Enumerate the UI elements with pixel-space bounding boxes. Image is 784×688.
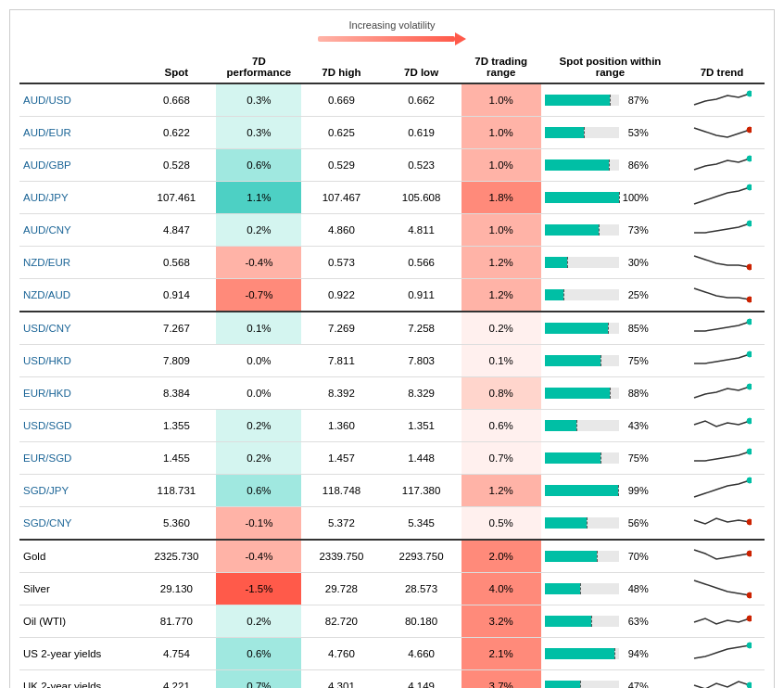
trend-cell — [679, 638, 765, 670]
pair-name: Silver — [19, 573, 136, 605]
trend-cell — [679, 117, 765, 149]
svg-point-20 — [747, 682, 752, 688]
bar-pct: 63% — [623, 616, 649, 627]
perf-value: 0.1% — [216, 312, 301, 345]
bar-dashed-line — [599, 224, 600, 236]
bar-container: 94% — [545, 645, 676, 662]
high-value: 0.922 — [301, 279, 381, 312]
low-value: 1.448 — [381, 442, 461, 475]
spot-value: 0.622 — [136, 117, 216, 149]
trend-cell — [679, 312, 765, 345]
range-value: 0.2% — [462, 312, 541, 345]
pair-name: USD/HKD — [19, 345, 136, 377]
trend-cell — [679, 573, 765, 605]
bar-dashed-line — [587, 517, 588, 529]
bar-container: 88% — [545, 385, 676, 401]
perf-value: 0.6% — [216, 475, 301, 507]
bar-pct: 48% — [623, 583, 649, 594]
bar-dashed-line — [618, 485, 619, 496]
perf-value: 0.2% — [216, 410, 301, 442]
bar-container: 75% — [545, 450, 676, 466]
trend-cell — [679, 670, 765, 689]
pair-name: AUD/EUR — [19, 117, 136, 149]
trend-cell — [679, 345, 765, 377]
svg-point-19 — [747, 643, 752, 648]
bar-fill — [545, 127, 584, 138]
bar-fill — [545, 583, 580, 594]
low-value: 2293.750 — [381, 540, 461, 573]
low-value: 8.329 — [381, 377, 461, 410]
bar-dashed-line — [609, 159, 610, 171]
bar-pct: 70% — [623, 551, 649, 562]
perf-value: 0.0% — [216, 377, 301, 410]
perf-value: 0.2% — [216, 442, 301, 475]
low-value: 4.660 — [381, 638, 461, 670]
perf-value: 0.2% — [216, 605, 301, 638]
bar-fill — [545, 159, 609, 171]
bar-cell: 43% — [541, 410, 679, 442]
high-value: 1.360 — [301, 410, 381, 442]
spot-value: 4.847 — [136, 214, 216, 247]
bar-pct: 73% — [623, 224, 649, 236]
trend-cell — [679, 182, 765, 214]
bar-cell: 73% — [541, 214, 679, 247]
bar-pct: 75% — [623, 355, 649, 366]
range-value: 3.2% — [462, 605, 541, 638]
high-value: 118.748 — [301, 475, 381, 507]
low-value: 0.911 — [381, 279, 461, 312]
bar-pct: 75% — [623, 452, 649, 464]
perf-value: 1.1% — [216, 182, 301, 214]
high-value: 0.669 — [301, 83, 381, 117]
bar-cell: 85% — [541, 312, 679, 345]
svg-point-5 — [747, 185, 752, 190]
trend-cell — [679, 214, 765, 247]
bar-bg — [545, 95, 619, 106]
bar-bg — [545, 127, 619, 138]
bar-pct: 56% — [623, 517, 649, 529]
spot-value: 5.360 — [136, 507, 216, 541]
bar-fill — [545, 388, 610, 399]
low-value: 105.608 — [381, 182, 461, 214]
high-value: 82.720 — [301, 605, 381, 638]
col-header-high: 7D high — [301, 51, 381, 83]
bar-fill — [545, 224, 599, 236]
bar-dashed-line — [597, 551, 598, 562]
bar-cell: 63% — [541, 605, 679, 638]
bar-container: 70% — [545, 548, 676, 565]
high-value: 5.372 — [301, 507, 381, 541]
bar-dashed-line — [614, 648, 615, 659]
bar-pct: 99% — [623, 485, 649, 496]
bar-container: 73% — [545, 222, 676, 238]
bar-pct: 100% — [623, 192, 649, 203]
col-header-low: 7D low — [381, 51, 461, 83]
trend-cell — [679, 540, 765, 573]
spot-value: 2325.730 — [136, 540, 216, 573]
range-value: 4.0% — [462, 573, 541, 605]
svg-point-11 — [747, 384, 752, 389]
bar-bg — [545, 616, 619, 627]
low-value: 7.803 — [381, 345, 461, 377]
range-value: 1.0% — [462, 214, 541, 247]
pair-name: NZD/AUD — [19, 279, 136, 312]
bar-dashed-line — [610, 95, 611, 106]
high-value: 7.811 — [301, 345, 381, 377]
bar-dashed-line — [601, 355, 601, 366]
bar-container: 53% — [545, 124, 676, 141]
svg-point-6 — [747, 221, 752, 226]
trend-cell — [679, 247, 765, 279]
bar-dashed-line — [580, 681, 581, 688]
col-header-range: 7D trading range — [462, 51, 541, 83]
high-value: 2339.750 — [301, 540, 381, 573]
svg-point-18 — [747, 616, 752, 621]
bar-bg — [545, 289, 619, 300]
range-value: 1.2% — [462, 279, 541, 312]
bar-fill — [545, 551, 597, 562]
low-value: 5.345 — [381, 507, 461, 541]
pair-name: Gold — [19, 540, 136, 573]
range-value: 0.6% — [462, 410, 541, 442]
bar-cell: 48% — [541, 573, 679, 605]
range-value: 0.1% — [462, 345, 541, 377]
bar-bg — [545, 388, 619, 399]
bar-pct: 25% — [623, 289, 649, 300]
low-value: 80.180 — [381, 605, 461, 638]
